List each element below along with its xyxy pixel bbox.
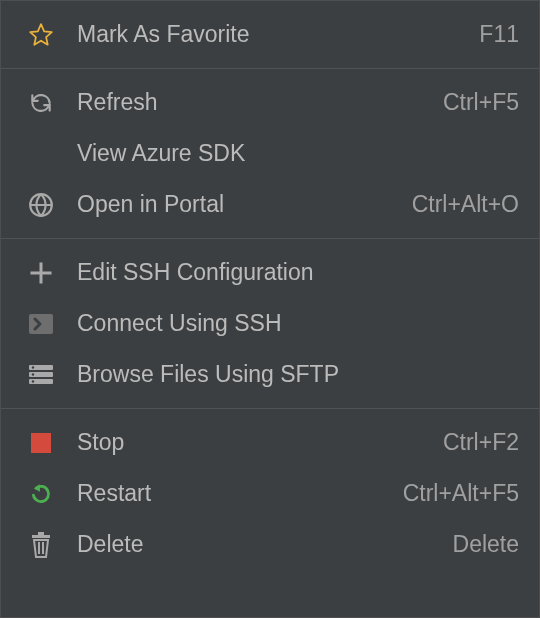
- menu-separator: [1, 408, 539, 409]
- menu-shortcut: Ctrl+Alt+F5: [403, 480, 519, 507]
- menu-item-edit-ssh-config[interactable]: Edit SSH Configuration: [1, 247, 539, 298]
- blank-icon: [25, 138, 57, 170]
- menu-label: Edit SSH Configuration: [77, 259, 509, 286]
- restart-icon: [25, 478, 57, 510]
- menu-item-refresh[interactable]: Refresh Ctrl+F5: [1, 77, 539, 128]
- svg-rect-9: [32, 535, 50, 538]
- globe-icon: [25, 189, 57, 221]
- menu-shortcut: Delete: [453, 531, 519, 558]
- svg-point-7: [32, 380, 34, 382]
- menu-shortcut: F11: [479, 21, 519, 48]
- menu-label: Mark As Favorite: [77, 21, 469, 48]
- menu-label: Connect Using SSH: [77, 310, 509, 337]
- server-icon: [25, 359, 57, 391]
- menu-item-view-azure-sdk[interactable]: View Azure SDK: [1, 128, 539, 179]
- menu-label: View Azure SDK: [77, 140, 509, 167]
- terminal-icon: [25, 308, 57, 340]
- refresh-icon: [25, 87, 57, 119]
- menu-label: Refresh: [77, 89, 433, 116]
- menu-separator: [1, 238, 539, 239]
- svg-point-6: [32, 373, 34, 375]
- menu-label: Browse Files Using SFTP: [77, 361, 509, 388]
- menu-item-open-in-portal[interactable]: Open in Portal Ctrl+Alt+O: [1, 179, 539, 230]
- menu-shortcut: Ctrl+F5: [443, 89, 519, 116]
- svg-rect-8: [31, 433, 51, 453]
- trash-icon: [25, 529, 57, 561]
- menu-item-browse-sftp[interactable]: Browse Files Using SFTP: [1, 349, 539, 400]
- menu-shortcut: Ctrl+Alt+O: [412, 191, 519, 218]
- menu-item-mark-as-favorite[interactable]: Mark As Favorite F11: [1, 9, 539, 60]
- menu-item-delete[interactable]: Delete Delete: [1, 519, 539, 570]
- menu-label: Restart: [77, 480, 393, 507]
- context-menu: Mark As Favorite F11 Refresh Ctrl+F5 Vie…: [1, 1, 539, 578]
- svg-rect-10: [38, 532, 44, 535]
- star-outline-icon: [25, 19, 57, 51]
- menu-separator: [1, 68, 539, 69]
- menu-item-restart[interactable]: Restart Ctrl+Alt+F5: [1, 468, 539, 519]
- menu-label: Open in Portal: [77, 191, 402, 218]
- stop-icon: [25, 427, 57, 459]
- svg-point-5: [32, 366, 34, 368]
- menu-shortcut: Ctrl+F2: [443, 429, 519, 456]
- menu-label: Stop: [77, 429, 433, 456]
- menu-item-connect-ssh[interactable]: Connect Using SSH: [1, 298, 539, 349]
- plus-icon: [25, 257, 57, 289]
- menu-label: Delete: [77, 531, 443, 558]
- menu-item-stop[interactable]: Stop Ctrl+F2: [1, 417, 539, 468]
